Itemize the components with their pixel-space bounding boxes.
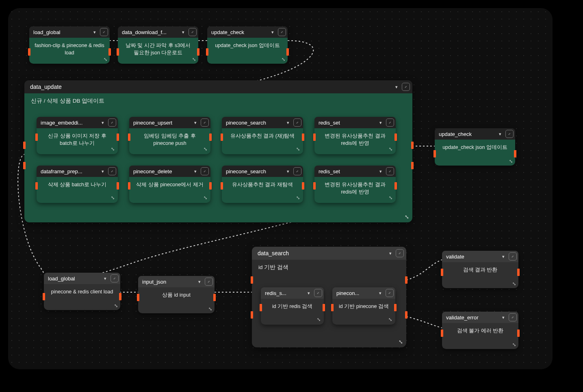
resize-handle-icon[interactable]: ⤡ <box>388 317 392 322</box>
resize-handle-icon[interactable]: ⤡ <box>389 146 392 152</box>
resize-handle-icon[interactable]: ⤡ <box>204 195 207 200</box>
node-load-global[interactable]: load_global ▾ fashion-clip & pinecone & … <box>29 26 110 64</box>
edit-button[interactable] <box>386 289 394 297</box>
edit-button[interactable] <box>111 274 119 282</box>
node-body: 삭제 상품 pinecone에서 제거 <box>129 177 210 203</box>
edit-button[interactable] <box>386 167 394 175</box>
node-body: id 기반 redis 검색 <box>261 299 324 325</box>
edit-button[interactable] <box>201 167 209 175</box>
node-update-check-2[interactable]: update_check▾ update_check json 업데이트 ⤡ <box>435 128 515 166</box>
node-title: image_embeddi... <box>41 120 98 126</box>
edit-button[interactable] <box>293 118 301 127</box>
node-body: update_check json 업데이트 <box>435 140 515 166</box>
resize-handle-icon[interactable]: ⤡ <box>512 342 516 347</box>
resize-handle-icon[interactable]: ⤡ <box>317 317 321 322</box>
edit-button[interactable] <box>509 252 517 261</box>
node-validate-error[interactable]: validate_error▾ 검색 불가 에러 반환 ⤡ <box>442 312 518 349</box>
resize-handle-icon[interactable]: ⤡ <box>509 159 513 164</box>
node-pinecone-search-1[interactable]: pinecone_search▾ 유사상품추천 결과 (재)탐색 ⤡ <box>222 117 303 154</box>
edit-button[interactable] <box>278 28 286 36</box>
edit-button[interactable] <box>314 289 322 297</box>
node-redis-set-1[interactable]: redis_set▾ 변경된 유사상품추천 결과 redis에 반영 ⤡ <box>314 117 396 154</box>
node-body: 검색 불가 에러 반환 <box>442 323 518 349</box>
node-title: input_json <box>142 279 194 285</box>
chevron-down-icon[interactable]: ▾ <box>378 120 384 125</box>
chevron-down-icon[interactable]: ▾ <box>180 30 186 35</box>
edit-button[interactable] <box>509 313 517 321</box>
node-redis-search[interactable]: redis_s...▾ id 기반 redis 검색 ⤡ <box>261 287 324 325</box>
chevron-down-icon[interactable]: ▾ <box>100 120 106 125</box>
node-update-check[interactable]: update_check ▾ update_check json 업데이트 ⤡ <box>207 26 288 64</box>
chevron-down-icon[interactable]: ▾ <box>388 251 393 256</box>
chevron-down-icon[interactable]: ▾ <box>92 30 98 35</box>
chevron-down-icon[interactable]: ▾ <box>394 84 399 90</box>
group-title: data_search <box>258 250 385 256</box>
resize-handle-icon[interactable]: ⤡ <box>512 281 516 286</box>
node-body: 신규 상품 이미지 저장 후 batch로 나누기 <box>37 128 118 154</box>
edit-button[interactable] <box>505 130 514 138</box>
chevron-down-icon[interactable]: ▾ <box>501 315 506 320</box>
node-validate[interactable]: validate▾ 검색 결과 반환 ⤡ <box>442 251 518 288</box>
node-dataframe-prep[interactable]: dataframe_prep...▾ 삭제 상품 batch로 나누기 ⤡ <box>37 166 118 203</box>
edit-button[interactable] <box>201 118 209 127</box>
node-pinecone-delete[interactable]: pinecone_delete▾ 삭제 상품 pinecone에서 제거 ⤡ <box>129 166 210 203</box>
node-title: redis_s... <box>265 290 303 296</box>
resize-handle-icon[interactable]: ⤡ <box>192 57 196 62</box>
node-pinecone-search-3[interactable]: pinecon...▾ id 기반 pinecone 검색 ⤡ <box>332 287 395 325</box>
node-pinecone-search-2[interactable]: pinecone_search▾ 유사상품추천 결과 재탐색 ⤡ <box>222 166 303 203</box>
node-title: load_global <box>33 29 89 35</box>
edit-button[interactable] <box>108 118 116 127</box>
node-load-global-2[interactable]: load_global▾ pinecone & redis client loa… <box>44 273 120 310</box>
edit-button[interactable] <box>205 278 213 286</box>
chevron-down-icon[interactable]: ▾ <box>270 30 275 35</box>
node-body: 유사상품추천 결과 (재)탐색 <box>222 128 303 154</box>
node-redis-set-2[interactable]: redis_set▾ 변경된 유사상품추천 결과 redis에 반영 ⤡ <box>314 166 396 203</box>
edit-button[interactable] <box>100 28 108 36</box>
chevron-down-icon[interactable]: ▾ <box>285 120 291 125</box>
node-pinecone-upsert[interactable]: pinecone_upsert▾ 임베딩 임베딩 추출 후 pinecone p… <box>129 117 210 154</box>
node-body: 상품 id input <box>138 287 215 313</box>
edit-button[interactable] <box>108 167 116 175</box>
resize-handle-icon[interactable]: ⤡ <box>296 146 300 152</box>
group-data-update[interactable]: data_update ▾ 신규 / 삭제 상품 DB 업데이트 ⤡ image… <box>24 80 412 222</box>
resize-handle-icon[interactable]: ⤡ <box>111 195 115 200</box>
node-body: pinecone & redis client load <box>44 284 120 310</box>
chevron-down-icon[interactable]: ▾ <box>100 169 106 174</box>
node-data-download[interactable]: data_download_f... ▾ 날짜 및 시간 파악 후 s3에서 필… <box>118 26 198 64</box>
edit-button[interactable] <box>396 249 404 257</box>
node-image-embedding[interactable]: image_embeddi...▾ 신규 상품 이미지 저장 후 batch로 … <box>37 117 118 154</box>
resize-handle-icon[interactable]: ⤡ <box>104 57 107 62</box>
node-body: fashion-clip & pinecone & redis load <box>29 38 110 64</box>
chevron-down-icon[interactable]: ▾ <box>102 276 108 281</box>
chevron-down-icon[interactable]: ▾ <box>285 169 291 174</box>
chevron-down-icon[interactable]: ▾ <box>306 291 312 296</box>
resize-handle-icon[interactable]: ⤡ <box>282 57 285 62</box>
chevron-down-icon[interactable]: ▾ <box>501 254 506 259</box>
chevron-down-icon[interactable]: ▾ <box>377 291 383 296</box>
edit-button[interactable] <box>386 118 394 127</box>
node-body: 검색 결과 반환 <box>442 262 518 288</box>
chevron-down-icon[interactable]: ▾ <box>197 279 202 284</box>
edit-button[interactable] <box>402 83 410 91</box>
node-title: update_check <box>439 131 495 137</box>
node-title: dataframe_prep... <box>41 168 98 174</box>
resize-handle-icon[interactable]: ⤡ <box>111 146 115 152</box>
chevron-down-icon[interactable]: ▾ <box>497 131 503 137</box>
resize-handle-icon[interactable]: ⤡ <box>399 339 403 345</box>
node-title: pinecone_delete <box>133 168 190 174</box>
group-data-search[interactable]: data_search ▾ id 기반 검색 ⤡ redis_s...▾ id … <box>252 247 406 347</box>
resize-handle-icon[interactable]: ⤡ <box>204 146 207 152</box>
resize-handle-icon[interactable]: ⤡ <box>405 214 409 220</box>
chevron-down-icon[interactable]: ▾ <box>193 169 198 174</box>
resize-handle-icon[interactable]: ⤡ <box>114 303 118 308</box>
resize-handle-icon[interactable]: ⤡ <box>389 195 392 200</box>
resize-handle-icon[interactable]: ⤡ <box>296 195 300 200</box>
chevron-down-icon[interactable]: ▾ <box>378 169 384 174</box>
resize-handle-icon[interactable]: ⤡ <box>208 306 212 312</box>
node-title: pinecone_upsert <box>133 120 190 126</box>
edit-button[interactable] <box>189 28 197 36</box>
node-title: validate <box>446 254 498 260</box>
chevron-down-icon[interactable]: ▾ <box>193 120 198 125</box>
node-input-json[interactable]: input_json▾ 상품 id input ⤡ <box>138 276 215 313</box>
edit-button[interactable] <box>293 167 301 175</box>
